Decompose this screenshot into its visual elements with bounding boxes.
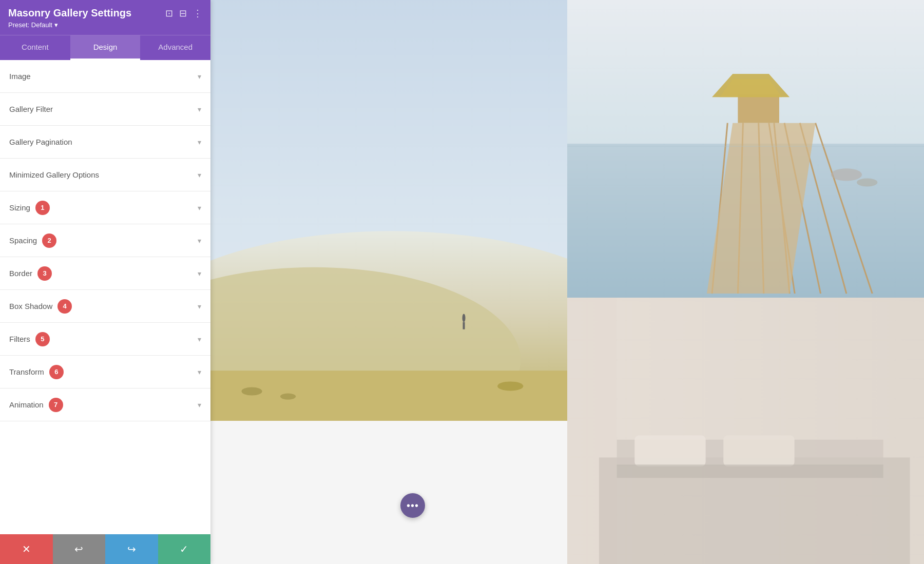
section-box-shadow[interactable]: Box Shadow 4 ▾ (0, 290, 210, 323)
cancel-icon: ✕ (22, 543, 31, 555)
undo-button[interactable]: ↩ (53, 534, 106, 564)
panel-header: Masonry Gallery Settings ⊡ ⊟ ⋮ Preset: D… (0, 0, 210, 35)
svg-point-4 (463, 314, 466, 322)
section-sizing[interactable]: Sizing 1 ▾ (0, 191, 210, 224)
settings-panel: Masonry Gallery Settings ⊡ ⊟ ⋮ Preset: D… (0, 0, 210, 564)
section-transform-label: Transform (9, 367, 44, 376)
section-animation-label: Animation (9, 400, 44, 409)
panel-tabs: Content Design Advanced (0, 35, 210, 60)
section-image-label: Image (9, 72, 31, 81)
preset-arrow: ▾ (54, 21, 58, 29)
section-box-shadow-label: Box Shadow (9, 302, 52, 310)
chevron-transform: ▾ (198, 368, 201, 376)
masonry-grid (210, 0, 924, 564)
tab-design[interactable]: Design (70, 35, 141, 60)
chevron-border: ▾ (198, 269, 201, 278)
svg-rect-31 (723, 435, 794, 466)
section-filters[interactable]: Filters 5 ▾ (0, 323, 210, 356)
section-transform[interactable]: Transform 6 ▾ (0, 356, 210, 388)
save-button[interactable]: ✓ (158, 534, 211, 564)
chevron-sizing: ▾ (198, 204, 201, 212)
section-border[interactable]: Border 3 ▾ (0, 257, 210, 290)
svg-rect-5 (463, 322, 465, 329)
gallery-image-room (567, 298, 924, 564)
svg-rect-20 (738, 94, 779, 123)
cancel-button[interactable]: ✕ (0, 534, 53, 564)
tab-content[interactable]: Content (0, 35, 70, 60)
section-border-label: Border (9, 269, 32, 278)
masonry-col-1 (210, 0, 567, 564)
panel-header-top: Masonry Gallery Settings ⊡ ⊟ ⋮ (8, 7, 202, 19)
undo-icon: ↩ (74, 543, 83, 555)
sections-list: Image ▾ Gallery Filter ▾ Gallery Paginat… (0, 60, 210, 564)
svg-point-6 (241, 387, 262, 395)
chevron-gallery-filter: ▾ (198, 105, 201, 113)
redo-button[interactable]: ↪ (105, 534, 158, 564)
chevron-minimized-gallery-options: ▾ (198, 171, 201, 179)
gallery-image-pier (567, 0, 924, 298)
svg-rect-32 (617, 464, 883, 478)
svg-rect-30 (634, 435, 705, 466)
gallery-image-desert (210, 0, 567, 421)
section-animation[interactable]: Animation 7 ▾ (0, 388, 210, 421)
section-gallery-filter-label: Gallery Filter (9, 105, 53, 113)
expand-icon[interactable]: ⊟ (179, 8, 187, 19)
masonry-gallery: ••• (210, 0, 924, 564)
preset-label[interactable]: Preset: Default ▾ (8, 21, 202, 29)
section-gallery-pagination-label: Gallery Pagination (9, 138, 72, 146)
redo-icon: ↪ (127, 543, 136, 555)
section-image[interactable]: Image ▾ (0, 60, 210, 93)
float-menu-button[interactable]: ••• (400, 493, 425, 518)
chevron-box-shadow: ▾ (198, 302, 201, 310)
section-spacing[interactable]: Spacing 2 ▾ (0, 224, 210, 257)
minimize-icon[interactable]: ⊡ (165, 8, 173, 19)
panel-footer: ✕ ↩ ↪ ✓ (0, 534, 210, 564)
chevron-filters: ▾ (198, 335, 201, 343)
chevron-animation: ▾ (198, 401, 201, 409)
svg-point-23 (831, 168, 862, 181)
more-icon[interactable]: ⋮ (193, 8, 202, 19)
chevron-gallery-pagination: ▾ (198, 138, 201, 146)
save-icon: ✓ (180, 543, 188, 555)
section-filters-label: Filters (9, 335, 30, 343)
chevron-spacing: ▾ (198, 237, 201, 245)
section-spacing-label: Spacing (9, 236, 37, 245)
badge-sizing: 1 (35, 201, 50, 215)
svg-point-24 (857, 178, 877, 186)
section-gallery-filter[interactable]: Gallery Filter ▾ (0, 93, 210, 126)
chevron-image: ▾ (198, 72, 201, 81)
preset-text: Preset: Default (8, 21, 52, 29)
masonry-col-2 (567, 0, 924, 564)
badge-animation: 7 (49, 398, 63, 412)
badge-transform: 6 (49, 365, 64, 379)
section-gallery-pagination[interactable]: Gallery Pagination ▾ (0, 126, 210, 159)
badge-spacing: 2 (42, 234, 56, 248)
svg-point-8 (497, 381, 523, 391)
svg-point-7 (280, 394, 296, 400)
section-sizing-label: Sizing (9, 203, 30, 212)
badge-border: 3 (37, 266, 52, 281)
tab-advanced[interactable]: Advanced (140, 35, 210, 60)
panel-header-icons: ⊡ ⊟ ⋮ (165, 8, 202, 19)
badge-box-shadow: 4 (57, 299, 72, 314)
panel-title: Masonry Gallery Settings (8, 7, 131, 19)
svg-rect-3 (210, 371, 567, 421)
badge-filters: 5 (35, 332, 50, 346)
float-menu-dots-icon: ••• (407, 500, 419, 512)
section-minimized-gallery-options-label: Minimized Gallery Options (9, 170, 99, 179)
section-minimized-gallery-options[interactable]: Minimized Gallery Options ▾ (0, 159, 210, 191)
